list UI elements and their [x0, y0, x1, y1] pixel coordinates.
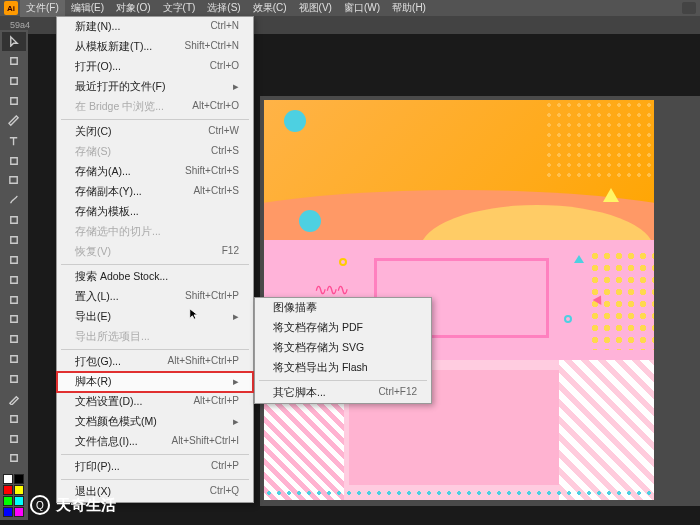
- submenu-arrow-icon: ▸: [233, 310, 239, 324]
- swatch[interactable]: [3, 496, 13, 506]
- watermark: Q 天奇生活: [30, 495, 116, 515]
- menu-选择[interactable]: 选择(S): [201, 0, 246, 17]
- menu-item[interactable]: 脚本(R)▸: [57, 372, 253, 392]
- menu-窗口[interactable]: 窗口(W): [338, 0, 386, 17]
- tool-lasso[interactable]: [2, 92, 26, 111]
- tool-scale[interactable]: [2, 270, 26, 289]
- menu-item[interactable]: 导出(E)▸: [57, 307, 253, 327]
- menu-item[interactable]: 搜索 Adobe Stock...: [57, 267, 253, 287]
- menu-item[interactable]: 存储为(A)...Shift+Ctrl+S: [57, 162, 253, 182]
- menu-item[interactable]: 存储为模板...: [57, 202, 253, 222]
- menu-item-label: 存储(S): [75, 145, 111, 159]
- menu-shortcut: Ctrl+N: [210, 20, 239, 34]
- circle-outline: [564, 315, 572, 323]
- menu-search-icon[interactable]: [682, 2, 696, 14]
- menu-编辑[interactable]: 编辑(E): [65, 0, 110, 17]
- menu-item-label: 将文档导出为 Flash: [273, 361, 368, 375]
- menu-效果[interactable]: 效果(C): [247, 0, 293, 17]
- tool-mesh[interactable]: [2, 350, 26, 369]
- menu-item[interactable]: 关闭(C)Ctrl+W: [57, 122, 253, 142]
- menu-item-label: 存储为模板...: [75, 205, 139, 219]
- tool-pencil[interactable]: [2, 211, 26, 230]
- menu-separator: [61, 479, 249, 480]
- menu-item-label: 文档颜色模式(M): [75, 415, 157, 429]
- tool-eraser[interactable]: [2, 231, 26, 250]
- menu-shortcut: Shift+Ctrl+S: [185, 165, 239, 179]
- menu-separator: [61, 264, 249, 265]
- scripts-submenu: 图像描摹将文档存储为 PDF将文档存储为 SVG将文档导出为 Flash其它脚本…: [254, 297, 432, 404]
- menubar: Ai 文件(F)编辑(E)对象(O)文字(T)选择(S)效果(C)视图(V)窗口…: [0, 0, 700, 16]
- menu-item-label: 恢复(V): [75, 245, 111, 259]
- tool-gradient[interactable]: [2, 370, 26, 389]
- menu-separator: [259, 380, 427, 381]
- menu-item[interactable]: 图像描摹: [255, 298, 431, 318]
- artwork-section-orange: [264, 100, 654, 240]
- menu-item[interactable]: 文档颜色模式(M)▸: [57, 412, 253, 432]
- menu-separator: [61, 119, 249, 120]
- menu-item-label: 搜索 Adobe Stock...: [75, 270, 168, 284]
- submenu-arrow-icon: ▸: [233, 415, 239, 429]
- menu-帮助[interactable]: 帮助(H): [386, 0, 432, 17]
- menu-item-label: 关闭(C): [75, 125, 112, 139]
- tool-rect[interactable]: [2, 171, 26, 190]
- tool-shape-builder[interactable]: [2, 330, 26, 349]
- tool-type[interactable]: [2, 131, 26, 150]
- menu-item-label: 从模板新建(T)...: [75, 40, 152, 54]
- color-swatches: [2, 473, 26, 518]
- submenu-arrow-icon: ▸: [233, 80, 239, 94]
- menu-item[interactable]: 存储副本(Y)...Alt+Ctrl+S: [57, 182, 253, 202]
- tool-eyedropper[interactable]: [2, 389, 26, 408]
- circle-shape: [284, 110, 306, 132]
- swatch[interactable]: [14, 474, 24, 484]
- menu-文字[interactable]: 文字(T): [157, 0, 202, 17]
- tool-width[interactable]: [2, 290, 26, 309]
- tool-blend[interactable]: [2, 409, 26, 428]
- swatch[interactable]: [14, 485, 24, 495]
- menu-item-label: 新建(N)...: [75, 20, 120, 34]
- menu-item[interactable]: 新建(N)...Ctrl+N: [57, 17, 253, 37]
- swatch[interactable]: [3, 507, 13, 517]
- tool-brush[interactable]: [2, 191, 26, 210]
- tool-graph[interactable]: [2, 449, 26, 468]
- menu-视图[interactable]: 视图(V): [293, 0, 338, 17]
- menu-item-label: 打包(G)...: [75, 355, 121, 369]
- menu-item[interactable]: 文档设置(D)...Alt+Ctrl+P: [57, 392, 253, 412]
- menu-item[interactable]: 打包(G)...Alt+Shift+Ctrl+P: [57, 352, 253, 372]
- tool-pen[interactable]: [2, 111, 26, 130]
- menu-item[interactable]: 置入(L)...Shift+Ctrl+P: [57, 287, 253, 307]
- menu-item[interactable]: 从模板新建(T)...Shift+Ctrl+N: [57, 37, 253, 57]
- watermark-text: 天奇生活: [56, 496, 116, 515]
- menu-item-label: 存储为(A)...: [75, 165, 131, 179]
- swatch[interactable]: [3, 485, 13, 495]
- menu-item-label: 导出所选项目...: [75, 330, 150, 344]
- menu-shortcut: Alt+Ctrl+P: [193, 395, 239, 409]
- menu-对象[interactable]: 对象(O): [110, 0, 156, 17]
- menu-item[interactable]: 打印(P)...Ctrl+P: [57, 457, 253, 477]
- tool-line[interactable]: [2, 151, 26, 170]
- swatch[interactable]: [14, 496, 24, 506]
- tool-direct-select[interactable]: [2, 52, 26, 71]
- tool-wand[interactable]: [2, 72, 26, 91]
- swatch[interactable]: [3, 474, 13, 484]
- menu-文件[interactable]: 文件(F): [20, 0, 65, 17]
- menu-item-label: 存储副本(Y)...: [75, 185, 142, 199]
- menu-item: 在 Bridge 中浏览...Alt+Ctrl+O: [57, 97, 253, 117]
- tool-symbol[interactable]: [2, 429, 26, 448]
- menu-item[interactable]: 最近打开的文件(F)▸: [57, 77, 253, 97]
- circle-shape: [299, 210, 321, 232]
- menu-item[interactable]: 将文档存储为 SVG: [255, 338, 431, 358]
- menu-item[interactable]: 将文档导出为 Flash: [255, 358, 431, 378]
- circle-outline: [339, 258, 347, 266]
- menu-item[interactable]: 将文档存储为 PDF: [255, 318, 431, 338]
- tool-warp[interactable]: [2, 310, 26, 329]
- tool-rotate[interactable]: [2, 250, 26, 269]
- menu-item[interactable]: 文件信息(I)...Alt+Shift+Ctrl+I: [57, 432, 253, 452]
- menu-item[interactable]: 其它脚本...Ctrl+F12: [255, 383, 431, 403]
- menu-shortcut: Ctrl+W: [208, 125, 239, 139]
- file-menu-dropdown: 新建(N)...Ctrl+N从模板新建(T)...Shift+Ctrl+N打开(…: [56, 16, 254, 503]
- menu-item-label: 将文档存储为 SVG: [273, 341, 364, 355]
- swatch[interactable]: [14, 507, 24, 517]
- tool-selection[interactable]: [2, 32, 26, 51]
- menu-item-label: 图像描摹: [273, 301, 317, 315]
- menu-item[interactable]: 打开(O)...Ctrl+O: [57, 57, 253, 77]
